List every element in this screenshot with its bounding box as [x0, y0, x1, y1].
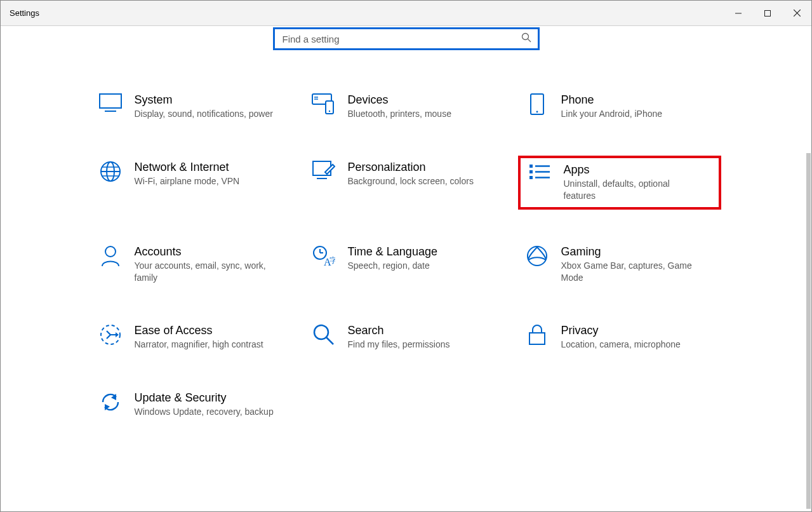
category-desc: Your accounts, email, sync, work, family — [135, 260, 274, 284]
close-button[interactable] — [782, 1, 811, 25]
category-gaming[interactable]: Gaming Xbox Game Bar, captures, Game Mod… — [518, 240, 721, 289]
system-icon — [95, 93, 126, 112]
category-phone[interactable]: Phone Link your Android, iPhone — [518, 88, 721, 125]
accounts-icon — [95, 245, 126, 267]
update-icon — [95, 391, 126, 413]
time-language-icon: A字 — [309, 245, 339, 267]
search-container — [1, 27, 811, 50]
category-title: Privacy — [561, 324, 681, 337]
category-desc: Narrator, magnifier, high contrast — [135, 339, 263, 351]
ease-of-access-icon — [95, 324, 126, 346]
category-title: Search — [348, 324, 450, 337]
category-update[interactable]: Update & Security Windows Update, recove… — [91, 386, 295, 423]
svg-line-38 — [326, 337, 333, 344]
search-box[interactable] — [273, 27, 540, 50]
category-network[interactable]: Network & Internet Wi-Fi, airplane mode,… — [91, 156, 295, 210]
svg-rect-24 — [529, 170, 533, 173]
category-privacy[interactable]: Privacy Location, camera, microphone — [518, 319, 721, 356]
category-title: Ease of Access — [135, 324, 263, 337]
category-desc: Display, sound, notifications, power — [135, 108, 273, 120]
svg-point-14 — [536, 111, 538, 113]
devices-icon — [309, 93, 339, 115]
category-desc: Speech, region, date — [348, 260, 437, 272]
search-input[interactable] — [283, 34, 521, 44]
maximize-button[interactable] — [753, 1, 782, 25]
search-icon — [521, 32, 531, 45]
category-accounts[interactable]: Accounts Your accounts, email, sync, wor… — [91, 240, 295, 289]
category-title: Apps — [564, 163, 703, 177]
category-desc: Uninstall, defaults, optional features — [564, 178, 703, 202]
category-desc: Windows Update, recovery, backup — [135, 406, 274, 418]
svg-point-28 — [105, 246, 116, 257]
category-title: Personalization — [348, 161, 474, 174]
category-desc: Background, lock screen, colors — [348, 175, 474, 187]
svg-marker-36 — [116, 332, 119, 337]
category-system[interactable]: System Display, sound, notifications, po… — [91, 88, 295, 125]
phone-icon — [522, 93, 552, 115]
minimize-button[interactable] — [724, 1, 753, 25]
svg-rect-26 — [529, 176, 533, 179]
svg-rect-6 — [100, 94, 121, 108]
svg-rect-1 — [765, 10, 771, 16]
svg-rect-39 — [529, 333, 545, 344]
category-title: System — [135, 93, 273, 107]
svg-rect-22 — [529, 165, 533, 168]
category-desc: Wi-Fi, airplane mode, VPN — [135, 175, 240, 187]
category-title: Devices — [348, 93, 451, 107]
svg-line-5 — [528, 39, 531, 43]
svg-point-4 — [522, 34, 528, 40]
category-desc: Find my files, permissions — [348, 339, 450, 351]
category-ease[interactable]: Ease of Access Narrator, magnifier, high… — [91, 319, 295, 356]
category-desc: Location, camera, microphone — [561, 339, 681, 351]
category-apps[interactable]: Apps Uninstall, defaults, optional featu… — [518, 156, 721, 210]
lock-icon — [522, 324, 552, 346]
category-title: Network & Internet — [135, 161, 240, 174]
window-title: Settings — [10, 8, 724, 18]
category-personalization[interactable]: Personalization Background, lock screen,… — [305, 156, 508, 210]
vertical-scrollbar[interactable] — [806, 153, 811, 509]
title-bar: Settings — [1, 1, 811, 26]
window-controls — [724, 1, 811, 25]
category-desc: Xbox Game Bar, captures, Game Mode — [561, 260, 701, 284]
category-devices[interactable]: Devices Bluetooth, printers, mouse — [305, 88, 508, 125]
content-area: System Display, sound, notifications, po… — [1, 27, 811, 442]
svg-point-12 — [328, 111, 329, 112]
category-desc: Link your Android, iPhone — [561, 108, 663, 120]
settings-grid: System Display, sound, notifications, po… — [1, 88, 811, 423]
category-time[interactable]: A字 Time & Language Speech, region, date — [305, 240, 508, 289]
category-title: Update & Security — [135, 391, 274, 405]
category-title: Accounts — [135, 245, 274, 259]
category-title: Time & Language — [348, 245, 437, 259]
search-category-icon — [309, 324, 339, 346]
globe-icon — [95, 161, 126, 182]
svg-point-37 — [314, 325, 328, 339]
svg-text:字: 字 — [329, 256, 335, 265]
category-search[interactable]: Search Find my files, permissions — [305, 319, 508, 356]
category-title: Phone — [561, 93, 663, 107]
category-desc: Bluetooth, printers, mouse — [348, 108, 451, 120]
personalization-icon — [309, 161, 339, 180]
apps-icon — [524, 163, 555, 181]
gaming-icon — [522, 245, 552, 267]
category-title: Gaming — [561, 245, 701, 259]
